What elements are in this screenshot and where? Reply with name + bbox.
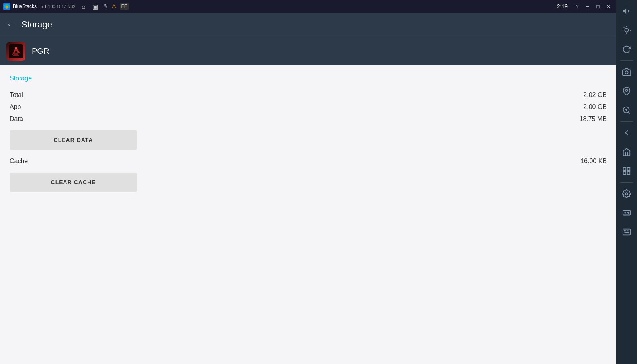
sidebar-divider-2 bbox=[620, 121, 633, 122]
cache-label: Cache bbox=[10, 158, 28, 165]
svg-rect-22 bbox=[627, 172, 630, 174]
app-header: PGR bbox=[0, 37, 616, 65]
sidebar-divider-1 bbox=[620, 60, 633, 61]
pgr-icon-svg bbox=[9, 44, 23, 58]
cache-row: Cache 16.00 KB bbox=[10, 156, 607, 166]
multiinstance-icon[interactable]: ▣ bbox=[92, 3, 99, 10]
svg-point-14 bbox=[625, 71, 628, 74]
keyboard-icon[interactable] bbox=[618, 223, 635, 241]
svg-point-29 bbox=[629, 213, 629, 214]
ff-label: FF bbox=[120, 3, 129, 10]
svg-rect-21 bbox=[627, 168, 630, 170]
storage-section-title: Storage bbox=[10, 75, 607, 82]
svg-rect-23 bbox=[623, 172, 626, 174]
data-row: Data 18.75 MB bbox=[10, 114, 607, 124]
data-value: 18.75 MB bbox=[580, 115, 607, 123]
settings-sidebar-icon[interactable] bbox=[618, 185, 635, 202]
warning-icon: ⚠ bbox=[111, 3, 117, 10]
gamepad-icon[interactable] bbox=[618, 204, 635, 222]
app-row: App 2.00 GB bbox=[10, 102, 607, 112]
page-title: Storage bbox=[21, 19, 52, 30]
svg-point-24 bbox=[625, 193, 628, 195]
svg-point-15 bbox=[625, 89, 628, 91]
location-icon[interactable] bbox=[618, 82, 635, 100]
volume-icon[interactable] bbox=[618, 2, 635, 20]
recent-apps-icon[interactable] bbox=[618, 162, 635, 180]
back-nav-icon[interactable] bbox=[618, 124, 635, 142]
svg-point-7 bbox=[625, 28, 628, 32]
svg-line-17 bbox=[628, 112, 630, 113]
clear-cache-button[interactable]: CLEAR CACHE bbox=[10, 173, 137, 192]
svg-rect-20 bbox=[623, 168, 626, 170]
svg-marker-6 bbox=[623, 9, 626, 14]
clock-display: 2:19 bbox=[557, 3, 568, 10]
back-button[interactable]: ← bbox=[6, 20, 15, 29]
bluestacks-logo-icon bbox=[3, 3, 10, 10]
maximize-button[interactable]: □ bbox=[593, 2, 603, 11]
svg-rect-30 bbox=[623, 229, 630, 235]
minimize-button[interactable]: − bbox=[583, 2, 592, 11]
home-nav-icon[interactable] bbox=[618, 143, 635, 161]
right-sidebar bbox=[616, 0, 637, 364]
brightness-icon[interactable] bbox=[618, 21, 635, 39]
content-area: Storage Total 2.02 GB App 2.00 GB Data 1… bbox=[0, 65, 616, 364]
data-label: Data bbox=[10, 115, 23, 123]
close-button[interactable]: ✕ bbox=[604, 2, 613, 11]
total-value: 2.02 GB bbox=[583, 91, 607, 99]
nav-bar: ← Storage bbox=[0, 13, 616, 37]
app-logo: BlueStacks 5.1.100.1017 N32 bbox=[3, 3, 76, 10]
svg-rect-4 bbox=[9, 44, 23, 58]
pencil-icon[interactable]: ✎ bbox=[104, 3, 108, 10]
svg-line-11 bbox=[629, 33, 629, 33]
game-icons: ✎ ⚠ FF bbox=[104, 3, 129, 10]
app-name-label: BlueStacks bbox=[13, 4, 37, 9]
total-row: Total 2.02 GB bbox=[10, 90, 607, 100]
svg-point-5 bbox=[15, 47, 17, 49]
help-button[interactable]: ? bbox=[573, 2, 582, 11]
rotation-icon[interactable] bbox=[618, 41, 635, 58]
app-icon-image bbox=[6, 42, 25, 61]
app-version-label: 5.1.100.1017 N32 bbox=[41, 4, 75, 9]
window-controls: ? − □ ✕ bbox=[573, 2, 613, 11]
app-label: App bbox=[10, 103, 21, 111]
total-label: Total bbox=[10, 91, 23, 99]
clear-data-button[interactable]: CLEAR DATA bbox=[10, 130, 137, 150]
svg-line-10 bbox=[624, 27, 624, 28]
screenshot-icon[interactable] bbox=[618, 63, 635, 81]
cache-value: 16.00 KB bbox=[580, 158, 607, 165]
title-bar-controls: ⌂ ▣ bbox=[82, 3, 99, 10]
title-bar: BlueStacks 5.1.100.1017 N32 ⌂ ▣ ✎ ⚠ FF 2… bbox=[0, 0, 616, 13]
app-icon bbox=[6, 42, 25, 61]
sidebar-divider-3 bbox=[620, 182, 633, 183]
home-titlebar-icon[interactable]: ⌂ bbox=[82, 3, 88, 10]
app-value: 2.00 GB bbox=[583, 103, 607, 111]
app-name: PGR bbox=[32, 47, 49, 56]
zoom-icon[interactable] bbox=[618, 101, 635, 119]
